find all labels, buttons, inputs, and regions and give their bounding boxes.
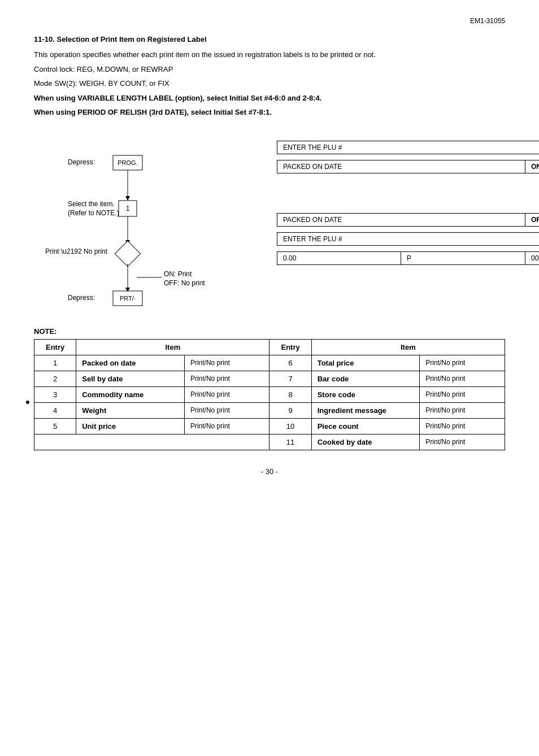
table-row: 4WeightPrint/No print9Ingredient message… <box>34 402 505 418</box>
right-print-val: Print/No print <box>420 434 505 450</box>
body-text-1: This operation specifies whether each pr… <box>34 49 505 60</box>
svg-text:PROG.: PROG. <box>118 159 137 166</box>
note-label: NOTE: <box>34 327 505 336</box>
right-entry-num: 7 <box>270 371 311 386</box>
section-title: 11-10. Selection of Print Item on Regist… <box>34 35 505 44</box>
body-text-2: Control lock: REG, M.DOWN, or REWRAP <box>34 64 505 75</box>
left-entry-num: 3 <box>34 386 76 402</box>
table-row: 5Unit pricePrint/No print10Piece countPr… <box>34 418 505 434</box>
packed-on-date-on-label: PACKED ON DATE <box>277 160 525 173</box>
svg-text:PRT/·: PRT/· <box>120 295 136 302</box>
right-print-val: Print/No print <box>420 402 505 418</box>
right-item-name: Bar code <box>311 371 420 386</box>
body-text-4: When using VARIABLE LENGTH LABEL (option… <box>34 93 505 104</box>
right-print-val: Print/No print <box>420 355 505 371</box>
right-item-name: Total price <box>311 355 420 371</box>
right-entry-num: 10 <box>270 418 311 434</box>
packed-on-date-off-row: PACKED ON DATE OFF <box>277 213 539 227</box>
svg-text:1: 1 <box>126 205 130 212</box>
bullet-dot <box>26 401 29 404</box>
display-panel: ENTER THE PLU # PACKED ON DATE ON PACKED… <box>260 135 539 265</box>
left-empty <box>34 434 270 450</box>
diagram-svg: Depress: PROG. 1 Select the item. (Refer… <box>34 135 260 316</box>
svg-text:Depress:: Depress: <box>68 294 95 302</box>
svg-text:Print \u2192 No print: Print \u2192 No print <box>45 247 108 255</box>
left-print-val: Print/No print <box>184 402 270 418</box>
body-text-3: Mode SW(2): WEIGH. BY COUNT, or FIX <box>34 78 505 89</box>
svg-text:(Refer to NOTE.): (Refer to NOTE.) <box>68 209 119 217</box>
left-item-name: Packed on date <box>76 355 185 371</box>
svg-text:ON:  Print: ON: Print <box>164 270 192 278</box>
note-section: NOTE: Entry Item Entry Item 1Packed on d… <box>34 327 505 450</box>
enter-plu-bottom: ENTER THE PLU # <box>277 232 539 246</box>
right-entry-num: 11 <box>270 434 311 450</box>
entry-table: Entry Item Entry Item 1Packed on datePri… <box>34 339 505 450</box>
page-ref: EM1-31055 <box>34 17 505 25</box>
diagram-area: Depress: PROG. 1 Select the item. (Refer… <box>34 135 505 316</box>
right-print-val: Print/No print <box>420 371 505 386</box>
table-row: 1Packed on datePrint/No print6Total pric… <box>34 355 505 371</box>
left-print-val: Print/No print <box>184 371 270 386</box>
left-print-val: Print/No print <box>184 355 270 371</box>
right-item-name: Piece count <box>311 418 420 434</box>
packed-on-date-off-value: OFF <box>525 213 539 227</box>
left-entry-num: 5 <box>34 418 76 434</box>
right-entry-num: 6 <box>270 355 311 371</box>
left-item-name: Weight <box>76 402 185 418</box>
left-print-val: Print/No print <box>184 386 270 402</box>
right-item-name: Cooked by date <box>311 434 420 450</box>
col1-item-header: Item <box>76 339 270 355</box>
col2-entry-header: Entry <box>270 339 311 355</box>
col1-entry-header: Entry <box>34 339 76 355</box>
right-entry-num: 8 <box>270 386 311 402</box>
left-print-val: Print/No print <box>184 418 270 434</box>
packed-on-date-on-value: ON <box>525 160 539 173</box>
body-text-5: When using PERIOD OF RELISH (3rd DATE), … <box>34 107 505 118</box>
plu-values-row: 0.00 P 000000 <box>277 251 539 265</box>
packed-on-date-on-row: PACKED ON DATE ON <box>277 160 539 173</box>
right-entry-num: 9 <box>270 402 311 418</box>
table-header-row: Entry Item Entry Item <box>34 339 505 355</box>
table-row: 11Cooked by datePrint/No print <box>34 434 505 450</box>
left-entry-num: 2 <box>34 371 76 386</box>
plu-val-000: 0.00 <box>277 251 401 265</box>
plu-val-000000: 000000 <box>525 251 539 265</box>
table-row: 3Commodity namePrint/No print8Store code… <box>34 386 505 402</box>
packed-on-date-off-label: PACKED ON DATE <box>277 213 525 227</box>
left-item-name: Unit price <box>76 418 185 434</box>
svg-rect-11 <box>115 241 140 266</box>
enter-plu-top: ENTER THE PLU # <box>277 141 539 154</box>
page-number-bottom: - 30 - <box>34 467 505 476</box>
svg-marker-4 <box>125 196 130 201</box>
left-item-name: Sell by date <box>76 371 185 386</box>
right-item-name: Store code <box>311 386 420 402</box>
left-item-name: Commodity name <box>76 386 185 402</box>
right-print-val: Print/No print <box>420 418 505 434</box>
table-row: 2Sell by datePrint/No print7Bar codePrin… <box>34 371 505 386</box>
left-entry-num: 1 <box>34 355 76 371</box>
col2-item-header: Item <box>311 339 505 355</box>
svg-text:OFF:  No print: OFF: No print <box>164 279 205 287</box>
flow-diagram: Depress: PROG. 1 Select the item. (Refer… <box>34 135 260 316</box>
svg-text:Depress:: Depress: <box>68 158 95 166</box>
left-entry-num: 4 <box>34 402 76 418</box>
spacer-1 <box>277 179 539 207</box>
right-item-name: Ingredient message <box>311 402 420 418</box>
right-print-val: Print/No print <box>420 386 505 402</box>
svg-text:Select the item.: Select the item. <box>68 200 115 208</box>
plu-val-p: P <box>401 251 525 265</box>
